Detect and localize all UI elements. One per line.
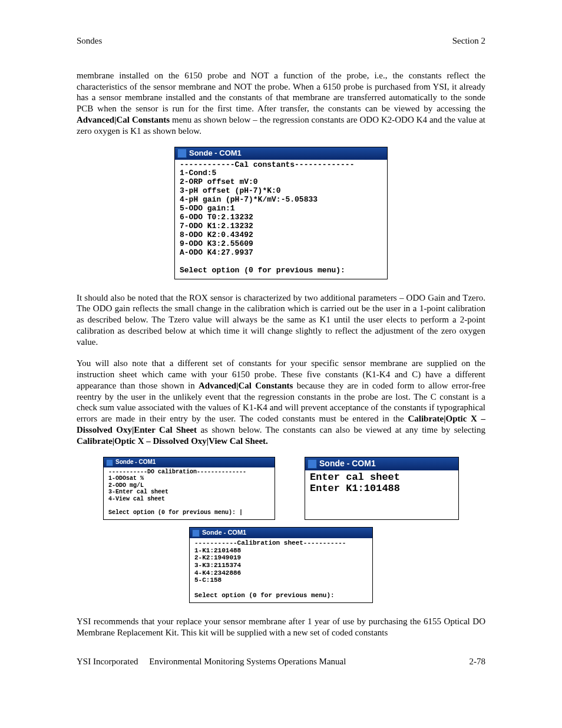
app-icon [308,459,317,469]
app-icon [192,529,200,537]
terminal-titlebar: Sonde - COM1 [104,457,275,467]
paragraph-1: membrane installed on the 6150 probe and… [77,70,485,137]
terminal-titlebar: Sonde - COM1 [190,528,372,538]
footer-left: YSI Incorporated Environmental Monitorin… [77,656,346,667]
terminal-title: Sonde - COM1 [202,529,246,537]
app-icon [106,459,113,466]
footer-page-number: 2-78 [470,656,486,667]
para3-text-e: as shown below. The constants can also b… [197,425,485,434]
header-right: Section 2 [452,35,485,47]
terminal-body: ------------Cal constants------------- 1… [175,160,387,279]
screenshot-row-1: Sonde - COM1 -----------DO calibration--… [77,457,485,520]
para3-text-b: Advanced|Cal Constants [199,381,293,390]
terminal-title: Sonde - COM1 [319,459,376,469]
app-icon [177,149,187,158]
terminal-do-calibration: Sonde - COM1 -----------DO calibration--… [103,457,275,520]
footer-company: YSI Incorporated [77,657,138,666]
terminal-cal-constants: Sonde - COM1 ------------Cal constants--… [174,147,388,279]
terminal-titlebar: Sonde - COM1 [305,457,458,470]
page-header: Sondes Section 2 [77,35,485,47]
paragraph-3: You will also note that a different set … [77,358,485,446]
para1-text-a: membrane installed on the 6150 probe and… [77,71,485,113]
terminal-titlebar: Sonde - COM1 [175,147,387,159]
footer-manual-title: Environmental Monitoring Systems Operati… [149,657,346,666]
paragraph-2: It should also be noted that the ROX sen… [77,292,485,348]
header-left: Sondes [77,35,102,47]
paragraph-4: YSI recommends that your replace your se… [77,616,485,638]
page-footer: YSI Incorporated Environmental Monitorin… [77,656,485,667]
para1-text-b: Advanced|Cal Constants [77,115,170,124]
terminal-title: Sonde - COM1 [115,459,156,466]
terminal-title: Sonde - COM1 [189,149,242,158]
para3-text-f: Calibrate|Optic X – Dissolved Oxy|View C… [77,436,268,446]
terminal-body: -----------DO calibration-------------- … [104,467,275,520]
terminal-enter-cal-sheet: Sonde - COM1 Enter cal sheet Enter K1:10… [305,457,459,520]
terminal-body: Enter cal sheet Enter K1:101488 [305,470,458,510]
terminal-calibration-sheet: Sonde - COM1 -----------Calibration shee… [189,527,373,603]
terminal-body: -----------Calibration sheet----------- … [190,538,372,602]
